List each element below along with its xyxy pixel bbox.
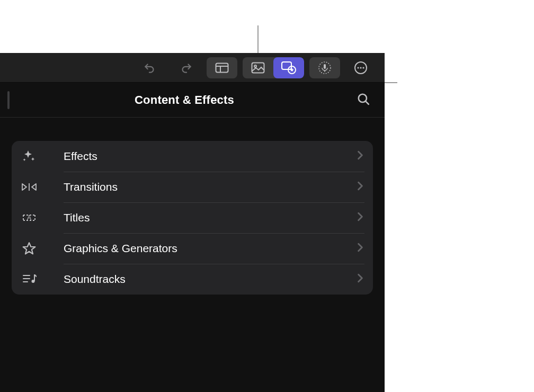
row-label: Titles (41, 211, 357, 224)
toolbar (0, 53, 385, 83)
music-list-icon (17, 273, 41, 286)
media-browser-button[interactable] (243, 57, 273, 78)
svg-marker-18 (32, 184, 36, 190)
star-icon (17, 242, 41, 255)
transitions-icon (17, 182, 41, 192)
redo-icon (179, 61, 193, 75)
svg-rect-8 (324, 64, 326, 69)
content-effects-icon (281, 61, 297, 75)
row-label: Effects (41, 150, 357, 163)
row-label: Soundtracks (41, 273, 357, 286)
more-button[interactable] (345, 57, 376, 78)
redo-button[interactable] (171, 57, 201, 78)
panel-header: Content & Effects (0, 83, 385, 118)
svg-rect-0 (216, 63, 228, 72)
row-transitions[interactable]: Transitions (12, 172, 373, 202)
row-label: Transitions (41, 181, 357, 193)
drag-handle[interactable] (7, 91, 10, 109)
chevron-right-icon (357, 273, 363, 285)
undo-icon (143, 61, 157, 75)
voiceover-button[interactable] (309, 57, 340, 78)
browser-toggle-group (243, 57, 304, 78)
panel-title: Content & Effects (14, 93, 355, 107)
undo-button[interactable] (135, 57, 165, 78)
svg-line-15 (366, 101, 368, 104)
svg-marker-16 (22, 184, 26, 190)
stage: Content & Effects (0, 0, 534, 392)
svg-point-13 (362, 67, 364, 68)
row-soundtracks[interactable]: Soundtracks (12, 264, 373, 295)
row-titles[interactable]: A Titles (12, 202, 373, 233)
svg-point-11 (357, 67, 359, 68)
chevron-right-icon (357, 243, 363, 254)
row-effects[interactable]: Effects (12, 141, 373, 172)
svg-marker-20 (23, 243, 35, 254)
chevron-right-icon (357, 150, 363, 162)
layout-button[interactable] (207, 57, 237, 78)
chevron-right-icon (357, 181, 363, 193)
chevron-right-icon (357, 212, 363, 224)
category-list: Effects Transitions (12, 141, 373, 295)
row-graphics-generators[interactable]: Graphics & Generators (12, 233, 373, 264)
sparkle-icon (17, 149, 41, 164)
svg-point-4 (254, 65, 256, 67)
svg-point-24 (32, 280, 35, 283)
layout-icon (215, 63, 229, 73)
ellipsis-circle-icon (353, 60, 368, 75)
photo-icon (251, 62, 265, 74)
search-button[interactable] (355, 92, 372, 109)
svg-text:A: A (27, 214, 31, 221)
content-effects-button[interactable] (273, 57, 304, 78)
app-window: Content & Effects (0, 53, 385, 392)
svg-rect-5 (282, 62, 291, 69)
svg-point-12 (360, 67, 361, 68)
titles-icon: A (17, 212, 41, 224)
microphone-icon (318, 61, 332, 75)
search-icon (357, 92, 370, 108)
row-label: Graphics & Generators (41, 242, 357, 255)
